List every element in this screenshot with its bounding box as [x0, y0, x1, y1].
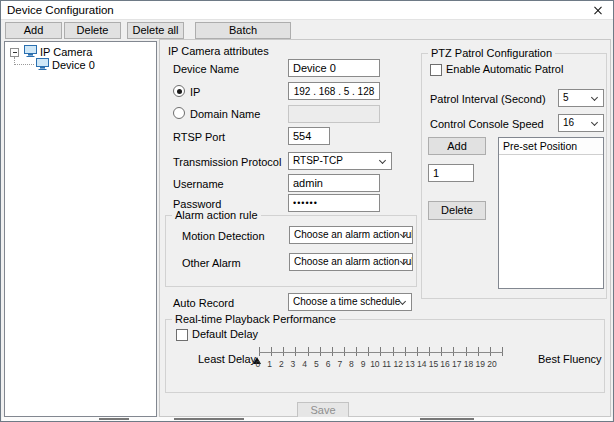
- domain-name-label: Domain Name: [190, 108, 260, 120]
- tick-label: 2: [275, 359, 287, 369]
- other-alarm-label: Other Alarm: [182, 257, 241, 269]
- motion-detection-value: Choose an alarm action rule: [294, 229, 413, 240]
- tick-label: 13: [404, 359, 416, 369]
- title-bar: Device Configuration: [1, 1, 613, 20]
- username-input[interactable]: [288, 174, 380, 192]
- motion-detection-label: Motion Detection: [182, 230, 265, 242]
- tree-node-ip-camera[interactable]: IP Camera: [40, 46, 92, 58]
- tick-label: 17: [451, 359, 463, 369]
- tick-label: 9: [357, 359, 369, 369]
- alarm-action-rule-group: Alarm action rule Motion Detection Choos…: [165, 215, 417, 287]
- transmission-protocol-value: RTSP-TCP: [293, 155, 343, 166]
- ip-address-input[interactable]: [288, 82, 380, 100]
- auto-record-value: Choose a time schedule: [293, 296, 400, 307]
- domain-name-input: [288, 105, 380, 123]
- password-input[interactable]: [288, 194, 380, 212]
- preset-delete-button[interactable]: Delete: [428, 201, 486, 220]
- enable-automatic-patrol-label: Enable Automatic Patrol: [446, 63, 563, 75]
- chevron-down-icon: [591, 94, 598, 101]
- console-speed-value: 16: [563, 117, 574, 128]
- username-label: Username: [173, 178, 224, 190]
- slider-tick-labels: 01234567891011121314151617181920: [252, 359, 498, 369]
- delete-all-button[interactable]: Delete all: [127, 22, 184, 39]
- tick-label: 16: [439, 359, 451, 369]
- console-speed-select[interactable]: 16: [558, 114, 604, 132]
- motion-detection-select[interactable]: Choose an alarm action rule: [289, 226, 413, 244]
- tick-label: 7: [334, 359, 346, 369]
- default-delay-label: Default Delay: [192, 328, 258, 340]
- rtsp-port-label: RTSP Port: [173, 131, 225, 143]
- ptz-patrol-group: PTZ Patrol Configuration Enable Automati…: [421, 53, 607, 299]
- default-delay-checkbox[interactable]: [176, 329, 188, 341]
- tick-label: 12: [392, 359, 404, 369]
- attributes-panel-title: IP Camera attributes: [168, 45, 269, 57]
- auto-record-label: Auto Record: [173, 297, 234, 309]
- batch-configuration-button[interactable]: Batch Configuration: [195, 22, 291, 39]
- tree-connector: [14, 64, 34, 65]
- patrol-interval-label: Patrol Interval (Second): [430, 93, 546, 105]
- chevron-down-icon: [591, 119, 598, 126]
- tree-expander-icon[interactable]: [10, 48, 19, 57]
- device-name-label: Device Name: [173, 63, 239, 75]
- preset-number-input[interactable]: [428, 164, 474, 182]
- tick-label: 3: [287, 359, 299, 369]
- playback-group-title: Real-time Playback Performance: [172, 313, 339, 325]
- preset-add-button[interactable]: Add: [428, 137, 486, 155]
- tick-label: 19: [474, 359, 486, 369]
- tree-node-device-0[interactable]: Device 0: [52, 59, 95, 71]
- tick-label: 20: [486, 359, 498, 369]
- transmission-protocol-label: Transmission Protocol: [173, 156, 281, 168]
- tick-label: 4: [299, 359, 311, 369]
- best-fluency-label: Best Fluency: [538, 353, 602, 365]
- clipped-text-fragment: [420, 418, 474, 420]
- tick-label: 8: [346, 359, 358, 369]
- tick-label: 5: [311, 359, 323, 369]
- window-title: Device Configuration: [7, 4, 114, 16]
- ip-radio-label: IP: [190, 86, 200, 98]
- tick-label: 1: [264, 359, 276, 369]
- patrol-interval-value: 5: [563, 92, 569, 103]
- ip-radio[interactable]: [173, 85, 185, 97]
- clipped-text-fragment: [99, 418, 129, 420]
- tick-label: 15: [428, 359, 440, 369]
- alarm-group-title: Alarm action rule: [172, 209, 261, 221]
- rtsp-port-input[interactable]: [288, 127, 330, 145]
- close-button[interactable]: [583, 1, 613, 20]
- other-alarm-select[interactable]: Choose an alarm action rule: [289, 253, 413, 271]
- clipped-row: [2, 417, 612, 421]
- chevron-down-icon: [379, 157, 386, 164]
- least-delay-label: Least Delay: [198, 353, 256, 365]
- other-alarm-value: Choose an alarm action rule: [294, 256, 413, 267]
- tick-label: 0: [252, 359, 264, 369]
- delete-device-button[interactable]: Delete: [64, 22, 121, 39]
- enable-automatic-patrol-checkbox[interactable]: [430, 64, 442, 76]
- preset-position-list-header: Pre-set Position: [499, 138, 603, 155]
- playback-performance-group: Real-time Playback Performance Default D…: [165, 319, 605, 393]
- clipped-text-fragment: [174, 418, 244, 420]
- camera-device-icon: [36, 58, 49, 73]
- delay-slider-line: [259, 352, 503, 353]
- domain-name-radio[interactable]: [173, 107, 185, 119]
- tick-label: 11: [381, 359, 393, 369]
- preset-position-list[interactable]: Pre-set Position: [498, 137, 604, 289]
- device-tree: IP Camera Device 0: [4, 41, 157, 417]
- transmission-protocol-select[interactable]: RTSP-TCP: [288, 152, 392, 170]
- ptz-group-title: PTZ Patrol Configuration: [428, 47, 555, 59]
- add-device-button[interactable]: Add: [5, 22, 62, 39]
- patrol-interval-select[interactable]: 5: [558, 89, 604, 107]
- device-configuration-dialog: Device Configuration Add Delete Delete a…: [0, 0, 614, 422]
- auto-record-select[interactable]: Choose a time schedule: [288, 293, 412, 311]
- device-name-input[interactable]: [288, 59, 380, 77]
- tick-label: 6: [322, 359, 334, 369]
- tick-label: 10: [369, 359, 381, 369]
- tick-label: 18: [463, 359, 475, 369]
- console-speed-label: Control Console Speed: [430, 118, 544, 130]
- tick-label: 14: [416, 359, 428, 369]
